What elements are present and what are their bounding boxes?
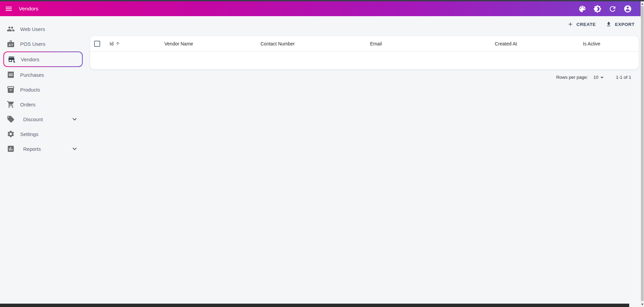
column-header-id[interactable]: Id xyxy=(108,41,162,46)
dropdown-caret-icon xyxy=(598,74,606,81)
column-header-label: Email xyxy=(370,41,382,46)
pagination-bar: Rows per page: 10 1-1 of 1 xyxy=(86,69,641,85)
export-button[interactable]: EXPORT xyxy=(603,19,637,29)
bar-chart-icon xyxy=(7,145,15,153)
account-circle-icon xyxy=(623,5,632,13)
sidebar-item-purchases[interactable]: Purchases xyxy=(0,67,86,82)
sidebar-item-settings[interactable]: Settings xyxy=(0,127,86,141)
sidebar-item-label: Web Users xyxy=(20,26,45,32)
app-window: Vendors xyxy=(0,0,644,307)
create-button[interactable]: CREATE xyxy=(565,19,599,29)
sidebar-item-reports[interactable]: Reports xyxy=(0,141,86,156)
plus-icon xyxy=(567,21,573,27)
page-title: Vendors xyxy=(19,6,38,12)
column-header-contact-number[interactable]: Contact Number xyxy=(258,41,368,46)
header-checkbox-cell xyxy=(90,41,108,47)
scrollbar-down-arrow[interactable] xyxy=(641,304,643,305)
tag-icon xyxy=(7,115,15,123)
column-header-label: Created At xyxy=(495,41,517,46)
brightness-icon xyxy=(593,5,602,13)
table-row[interactable]: 1 test asdfasd fasdf@asdfasf.com xyxy=(90,52,639,69)
column-header-label: Contact Number xyxy=(260,41,295,46)
column-header-created-at[interactable]: Created At xyxy=(493,41,581,46)
export-button-label: EXPORT xyxy=(615,22,635,27)
rows-per-page-select[interactable]: 10 xyxy=(593,73,606,81)
table-header-row: Id Vendor Name Contact Number Email Crea… xyxy=(90,36,639,52)
dark-mode-toggle-button[interactable] xyxy=(593,5,602,13)
column-header-label: Vendor Name xyxy=(164,41,193,46)
gear-icon xyxy=(7,130,15,138)
chevron-down-icon xyxy=(71,145,79,153)
palette-icon xyxy=(578,5,587,13)
sidebar-item-label: Purchases xyxy=(20,72,44,78)
receipt-icon xyxy=(7,71,15,79)
appbar-actions xyxy=(578,5,636,13)
sidebar-item-vendors[interactable]: Vendors xyxy=(3,52,83,67)
inventory-box-icon xyxy=(7,86,15,94)
sidebar-item-discount[interactable]: Discount xyxy=(0,112,86,127)
chevron-down-icon xyxy=(71,115,79,123)
sidebar-item-label: Vendors xyxy=(21,57,39,62)
app-bar: Vendors xyxy=(0,1,641,16)
sidebar-item-label: POS Users xyxy=(20,41,45,47)
sidebar: Web Users POS Users Vendors Purchases Pr… xyxy=(0,16,86,156)
scrollbar-up-arrow[interactable] xyxy=(641,3,643,5)
sidebar-item-label: Orders xyxy=(20,102,36,107)
sort-arrow-up-icon xyxy=(115,41,120,46)
sidebar-item-label: Reports xyxy=(23,146,41,152)
badge-icon xyxy=(7,40,15,48)
menu-button[interactable] xyxy=(5,5,13,13)
account-menu-button[interactable] xyxy=(623,5,632,13)
hamburger-icon xyxy=(5,5,13,13)
vertical-scrollbar[interactable] xyxy=(641,1,644,307)
column-header-label: Id xyxy=(110,41,114,46)
create-button-label: CREATE xyxy=(576,22,596,27)
download-icon xyxy=(606,21,612,27)
column-header-label: Is Active xyxy=(583,41,600,46)
column-header-email[interactable]: Email xyxy=(368,41,493,46)
rows-per-page-value: 10 xyxy=(593,75,598,80)
storefront-add-icon xyxy=(7,55,15,63)
sidebar-item-label: Settings xyxy=(20,131,38,137)
pagination-range: 1-1 of 1 xyxy=(616,75,631,80)
check-icon xyxy=(583,57,639,69)
cell-is-active xyxy=(581,52,639,69)
vendors-table: Id Vendor Name Contact Number Email Crea… xyxy=(90,36,639,69)
column-header-is-active[interactable]: Is Active xyxy=(581,41,639,46)
column-header-vendor-name[interactable]: Vendor Name xyxy=(162,41,258,46)
refresh-button[interactable] xyxy=(608,5,617,13)
window-bottom-edge xyxy=(0,304,629,307)
sidebar-item-label: Products xyxy=(20,87,40,93)
sidebar-item-label: Discount xyxy=(23,116,43,122)
theme-palette-button[interactable] xyxy=(578,5,587,13)
sidebar-item-products[interactable]: Products xyxy=(0,82,86,97)
rows-per-page-label: Rows per page: xyxy=(556,75,588,80)
main-content: CREATE EXPORT Id xyxy=(86,16,641,85)
shopping-cart-icon xyxy=(7,100,15,108)
refresh-icon xyxy=(608,5,617,13)
sidebar-item-pos-users[interactable]: POS Users xyxy=(0,36,86,51)
window-top-edge xyxy=(0,0,644,1)
list-toolbar: CREATE EXPORT xyxy=(86,16,641,30)
select-all-checkbox[interactable] xyxy=(94,41,100,47)
scrollbar-thumb[interactable] xyxy=(641,6,644,301)
sidebar-item-orders[interactable]: Orders xyxy=(0,97,86,112)
people-icon xyxy=(7,25,15,33)
sidebar-item-web-users[interactable]: Web Users xyxy=(0,22,86,36)
